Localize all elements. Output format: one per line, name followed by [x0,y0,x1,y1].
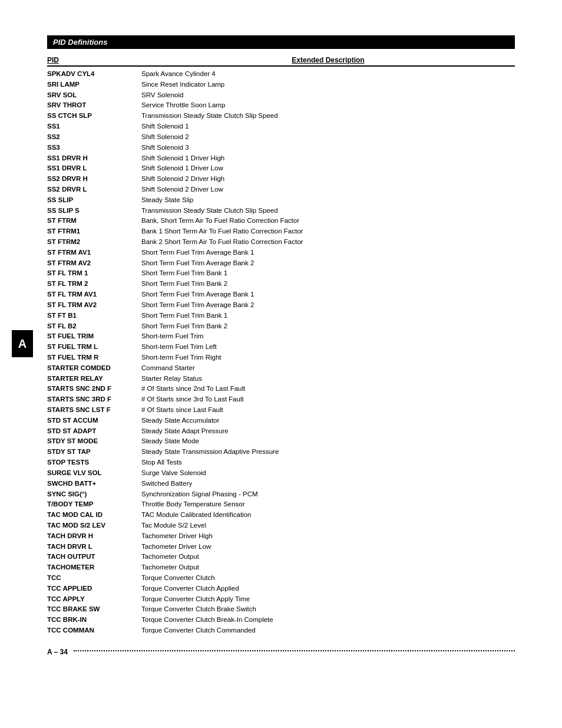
table-row: T/BODY TEMPThrottle Body Temperature Sen… [47,499,515,510]
pid-cell: T/BODY TEMP [47,499,141,510]
pid-cell: SS CTCH SLP [47,111,141,121]
table-row: SS2 DRVR HShift Solenoid 2 Driver High [47,174,515,185]
table-row: SURGE VLV SOLSurge Valve Solenoid [47,468,515,479]
desc-cell: Transmission Steady State Clutch Slip Sp… [141,111,515,121]
pid-cell: ST FL TRM 1 [47,268,141,279]
table-row: TCC APPLYTorque Converter Clutch Apply T… [47,594,515,605]
table-row: TCC BRAKE SWTorque Converter Clutch Brak… [47,604,515,615]
pid-cell: ST FTRM [47,216,141,226]
desc-cell: Short Term Fuel Trim Bank 2 [141,321,515,332]
pid-cell: SS1 [47,121,141,132]
table-row: STD ST ADAPTSteady State Adapt Pressure [47,426,515,437]
pid-cell: TACH DRVR H [47,531,141,542]
page-number: A – 34 [47,648,68,656]
table-row: STOP TESTSStop All Tests [47,457,515,468]
table-row: STARTS SNC 2ND F# Of Starts since 2nd To… [47,384,515,394]
desc-column-header: Extended Description [141,56,515,64]
side-tab: A [12,330,33,357]
desc-cell: Torque Converter Clutch [141,573,515,584]
desc-cell: Steady State Slip [141,195,515,206]
desc-cell: Shift Solenoid 1 [141,121,515,132]
desc-cell: Shift Solenoid 1 Driver High [141,153,515,164]
table-row: TACH DRVR HTachometer Driver High [47,531,515,542]
table-row: ST FL TRM 1Short Term Fuel Trim Bank 1 [47,268,515,279]
table-row: SS3Shift Solenoid 3 [47,143,515,153]
table-row: STARTER COMDEDCommand Starter [47,363,515,374]
pid-cell: SS1 DRVR H [47,153,141,164]
desc-cell: Synchronization Signal Phasing - PCM [141,489,515,500]
desc-cell: Switched Battery [141,479,515,489]
pid-cell: SS2 DRVR L [47,185,141,195]
table-row: SPKADV CYL4Spark Avance Cylinder 4 [47,69,515,80]
table-row: ST FL B2Short Term Fuel Trim Bank 2 [47,321,515,332]
pid-cell: TAC MOD S/2 LEV [47,521,141,531]
desc-cell: Bank, Short Term Air To Fuel Ratio Corre… [141,216,515,226]
pid-cell: TCC [47,573,141,584]
table-row: ST FTRM AV1Short Term Fuel Trim Average … [47,248,515,258]
page: A PID Definitions PID Extended Descripti… [0,0,562,680]
pid-cell: ST FUEL TRM R [47,353,141,363]
desc-cell: Bank 2 Short Term Air To Fuel Ratio Corr… [141,237,515,248]
table-row: STARTER RELAYStarter Relay Status [47,374,515,384]
desc-cell: Torque Converter Clutch Commanded [141,625,515,636]
table-row: ST FUEL TRIMShort-term Fuel Trim [47,331,515,342]
table-row: SS SLIPSteady State Slip [47,195,515,206]
desc-cell: Service Throttle Soon Lamp [141,100,515,111]
pid-cell: TACH DRVR L [47,542,141,552]
table-header: PID Extended Description [47,56,515,67]
table-row: SS1Shift Solenoid 1 [47,121,515,132]
desc-cell: Shift Solenoid 3 [141,143,515,153]
desc-cell: Shift Solenoid 2 Driver Low [141,185,515,195]
desc-cell: Shift Solenoid 2 Driver High [141,174,515,185]
pid-cell: SRV SOL [47,90,141,101]
pid-cell: SRI LAMP [47,80,141,90]
table-row: ST FL TRM AV1Short Term Fuel Trim Averag… [47,289,515,300]
desc-cell: Torque Converter Clutch Brake Switch [141,604,515,615]
pid-cell: TCC BRK-IN [47,615,141,625]
pid-cell: ST FUEL TRIM [47,331,141,342]
pid-cell: SS SLIP S [47,206,141,216]
table-row: STD ST ACCUMSteady State Accumulator [47,416,515,426]
desc-cell: SRV Solenoid [141,90,515,101]
pid-cell: ST FTRM2 [47,237,141,248]
section-header: PID Definitions [47,35,515,49]
desc-cell: # Of Starts since Last Fault [141,405,515,416]
pid-cell: STOP TESTS [47,457,141,468]
table-row: ST FT B1Short Term Fuel Trim Bank 1 [47,311,515,321]
page-footer: A – 34 [47,648,515,656]
desc-cell: Since Reset Indicator Lamp [141,80,515,90]
table-row: TCC BRK-INTorque Converter Clutch Break-… [47,615,515,625]
pid-cell: SPKADV CYL4 [47,69,141,80]
desc-cell: Shift Solenoid 1 Driver Low [141,163,515,174]
table-row: SWCHD BATT+Switched Battery [47,479,515,489]
table-row: ST FTRMBank, Short Term Air To Fuel Rati… [47,216,515,226]
desc-cell: TAC Module Calibrated Identification [141,510,515,521]
footer-dots [74,650,515,651]
pid-column-header: PID [47,56,141,64]
desc-cell: Torque Converter Clutch Applied [141,584,515,594]
pid-cell: SRV THROT [47,100,141,111]
pid-cell: STARTS SNC 3RD F [47,394,141,405]
table-row: STARTS SNC LST F# Of Starts since Last F… [47,405,515,416]
table-row: SS2 DRVR LShift Solenoid 2 Driver Low [47,185,515,195]
desc-cell: Torque Converter Clutch Apply Time [141,594,515,605]
desc-cell: Tachometer Output [141,562,515,573]
table-row: TCCTorque Converter Clutch [47,573,515,584]
table-row: STARTS SNC 3RD F# Of Starts since 3rd To… [47,394,515,405]
table-row: TCC APPLIEDTorque Converter Clutch Appli… [47,584,515,594]
pid-cell: ST FL TRM 2 [47,279,141,289]
desc-cell: Starter Relay Status [141,374,515,384]
pid-cell: ST FTRM AV2 [47,258,141,269]
desc-cell: Short Term Fuel Trim Bank 1 [141,268,515,279]
pid-cell: STARTS SNC LST F [47,405,141,416]
desc-cell: # Of Starts since 3rd To Last Fault [141,394,515,405]
table-row: ST FUEL TRM RShort-term Fuel Trim Right [47,353,515,363]
table-row: ST FTRM2Bank 2 Short Term Air To Fuel Ra… [47,237,515,248]
pid-cell: SS2 DRVR H [47,174,141,185]
table-row: TAC MOD S/2 LEVTac Module S/2 Level [47,521,515,531]
desc-cell: Short Term Fuel Trim Average Bank 1 [141,289,515,300]
pid-cell: SS SLIP [47,195,141,206]
table-row: TAC MOD CAL IDTAC Module Calibrated Iden… [47,510,515,521]
desc-cell: Steady State Mode [141,436,515,447]
desc-cell: Tachometer Driver Low [141,542,515,552]
